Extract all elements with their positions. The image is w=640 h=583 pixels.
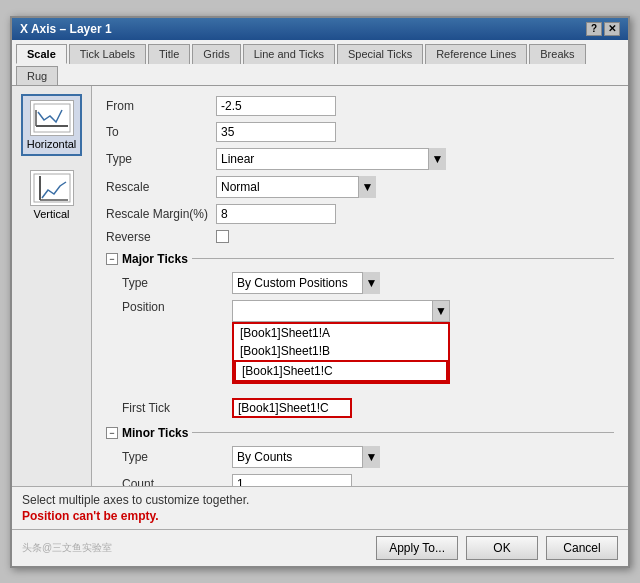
main-panel: From To Type Linear Log10 Ln ▼ <box>92 86 628 486</box>
main-dialog: X Axis – Layer 1 ? ✕ Scale Tick Labels T… <box>10 16 630 568</box>
minor-ticks-line <box>192 432 614 433</box>
first-tick-input[interactable] <box>232 398 352 418</box>
help-button[interactable]: ? <box>586 22 602 36</box>
tab-breaks[interactable]: Breaks <box>529 44 585 64</box>
major-ticks-title: Major Ticks <box>122 252 188 266</box>
to-row: To <box>106 122 614 142</box>
status-bar: Select multiple axes to customize togeth… <box>12 486 628 529</box>
to-input[interactable] <box>216 122 336 142</box>
position-row: Position ▼ [Book1]Sheet1!A [Book1]Sheet1… <box>122 300 614 322</box>
sidebar-item-vertical-label: Vertical <box>33 208 69 220</box>
close-button[interactable]: ✕ <box>604 22 620 36</box>
status-text: Select multiple axes to customize togeth… <box>22 493 618 507</box>
minor-ticks-header[interactable]: − Minor Ticks <box>106 426 614 440</box>
rescale-margin-row: Rescale Margin(%) <box>106 204 614 224</box>
sidebar-item-vertical[interactable]: Vertical <box>24 164 80 226</box>
minor-type-label: Type <box>122 450 232 464</box>
sidebar-item-horizontal[interactable]: Horizontal <box>21 94 83 156</box>
dropdown-item-b[interactable]: [Book1]Sheet1!B <box>234 342 448 360</box>
major-type-select[interactable]: By Custom Positions By Counts <box>232 272 380 294</box>
tab-title[interactable]: Title <box>148 44 190 64</box>
title-bar-buttons: ? ✕ <box>586 22 620 36</box>
dropdown-item-c[interactable]: [Book1]Sheet1!C <box>234 360 448 382</box>
count-input[interactable] <box>232 474 352 486</box>
from-label: From <box>106 99 216 113</box>
rescale-margin-label: Rescale Margin(%) <box>106 207 216 221</box>
ok-button[interactable]: OK <box>466 536 538 560</box>
tab-rug[interactable]: Rug <box>16 66 58 85</box>
rescale-row: Rescale Normal Auto ▼ <box>106 176 614 198</box>
type-select[interactable]: Linear Log10 Ln <box>216 148 446 170</box>
type-row: Type Linear Log10 Ln ▼ <box>106 148 614 170</box>
content-area: Horizontal Vertical From <box>12 86 628 486</box>
first-tick-label: First Tick <box>122 401 232 415</box>
major-type-label: Type <box>122 276 232 290</box>
from-row: From <box>106 96 614 116</box>
tab-reference-lines[interactable]: Reference Lines <box>425 44 527 64</box>
tab-grids[interactable]: Grids <box>192 44 240 64</box>
sidebar-item-horizontal-label: Horizontal <box>27 138 77 150</box>
first-tick-row: First Tick <box>122 398 614 418</box>
major-ticks-content: Type By Custom Positions By Counts ▼ Pos… <box>106 272 614 418</box>
apply-to-button[interactable]: Apply To... <box>376 536 458 560</box>
position-input[interactable] <box>232 300 432 322</box>
count-row: Count <box>122 474 614 486</box>
vertical-icon <box>30 170 74 206</box>
dropdown-item-a[interactable]: [Book1]Sheet1!A <box>234 324 448 342</box>
cancel-button[interactable]: Cancel <box>546 536 618 560</box>
major-ticks-header[interactable]: − Major Ticks <box>106 252 614 266</box>
minor-ticks-toggle[interactable]: − <box>106 427 118 439</box>
minor-ticks-content: Type By Counts By Custom Positions ▼ Cou… <box>106 446 614 486</box>
reverse-row: Reverse <box>106 230 614 244</box>
type-select-wrapper: Linear Log10 Ln ▼ <box>216 148 446 170</box>
from-input[interactable] <box>216 96 336 116</box>
rescale-select-wrapper: Normal Auto ▼ <box>216 176 376 198</box>
position-input-row: ▼ <box>232 300 450 322</box>
watermark: 头条@三文鱼实验室 <box>22 541 112 555</box>
dialog-title: X Axis – Layer 1 <box>20 22 112 36</box>
position-label: Position <box>122 300 232 314</box>
type-label: Type <box>106 152 216 166</box>
error-text: Position can't be empty. <box>22 509 618 523</box>
position-dropdown-wrapper: ▼ [Book1]Sheet1!A [Book1]Sheet1!B [Book1… <box>232 300 450 322</box>
rescale-margin-input[interactable] <box>216 204 336 224</box>
major-type-select-wrapper: By Custom Positions By Counts ▼ <box>232 272 380 294</box>
minor-type-select[interactable]: By Counts By Custom Positions <box>232 446 380 468</box>
bottom-buttons: 头条@三文鱼实验室 Apply To... OK Cancel <box>12 529 628 566</box>
position-dropdown-btn[interactable]: ▼ <box>432 300 450 322</box>
rescale-label: Rescale <box>106 180 216 194</box>
tab-scale[interactable]: Scale <box>16 44 67 64</box>
minor-ticks-title: Minor Ticks <box>122 426 188 440</box>
reverse-checkbox[interactable] <box>216 230 229 243</box>
minor-type-row: Type By Counts By Custom Positions ▼ <box>122 446 614 468</box>
tab-line-ticks[interactable]: Line and Ticks <box>243 44 335 64</box>
major-ticks-line <box>192 258 614 259</box>
count-label: Count <box>122 477 232 486</box>
tab-special-ticks[interactable]: Special Ticks <box>337 44 423 64</box>
sidebar: Horizontal Vertical <box>12 86 92 486</box>
major-type-row: Type By Custom Positions By Counts ▼ <box>122 272 614 294</box>
to-label: To <box>106 125 216 139</box>
major-ticks-toggle[interactable]: − <box>106 253 118 265</box>
rescale-select[interactable]: Normal Auto <box>216 176 376 198</box>
tabs-bar: Scale Tick Labels Title Grids Line and T… <box>12 40 628 86</box>
position-dropdown-list: [Book1]Sheet1!A [Book1]Sheet1!B [Book1]S… <box>232 322 450 384</box>
horizontal-icon <box>30 100 74 136</box>
minor-type-select-wrapper: By Counts By Custom Positions ▼ <box>232 446 380 468</box>
reverse-label: Reverse <box>106 230 216 244</box>
tab-tick-labels[interactable]: Tick Labels <box>69 44 146 64</box>
title-bar: X Axis – Layer 1 ? ✕ <box>12 18 628 40</box>
